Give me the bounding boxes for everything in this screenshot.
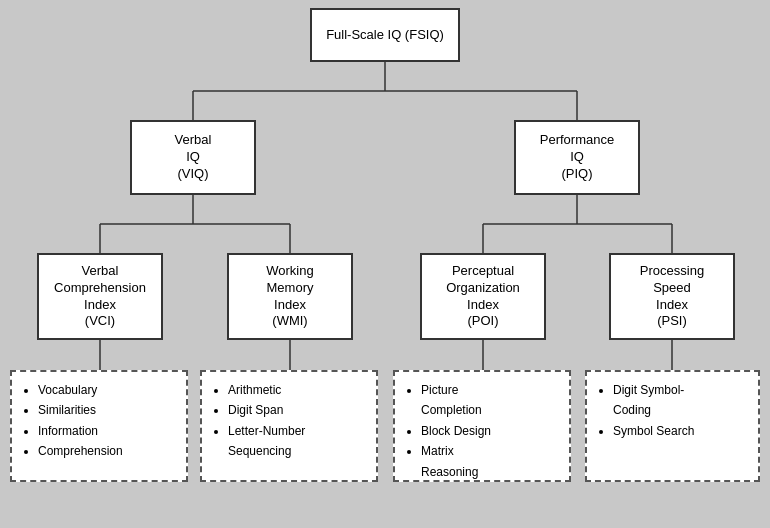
- list-item: Digit Symbol-Coding: [613, 380, 748, 421]
- poi-leaf: PictureCompletion Block Design MatrixRea…: [393, 370, 571, 482]
- fsiq-label: Full-Scale IQ (FSIQ): [326, 27, 444, 44]
- poi-items: PictureCompletion Block Design MatrixRea…: [405, 380, 559, 482]
- list-item: Information: [38, 421, 176, 441]
- vci-leaf: Vocabulary Similarities Information Comp…: [10, 370, 188, 482]
- viq-label: VerbalIQ(VIQ): [175, 132, 212, 183]
- poi-label: PerceptualOrganizationIndex(POI): [446, 263, 520, 331]
- list-item: Symbol Search: [613, 421, 748, 441]
- psi-node: ProcessingSpeedIndex(PSI): [609, 253, 735, 340]
- piq-node: PerformanceIQ(PIQ): [514, 120, 640, 195]
- vci-label: VerbalComprehensionIndex(VCI): [54, 263, 146, 331]
- fsiq-node: Full-Scale IQ (FSIQ): [310, 8, 460, 62]
- diagram: Full-Scale IQ (FSIQ) VerbalIQ(VIQ) Perfo…: [0, 0, 770, 528]
- list-item: PictureCompletion: [421, 380, 559, 421]
- poi-node: PerceptualOrganizationIndex(POI): [420, 253, 546, 340]
- wmi-leaf: Arithmetic Digit Span Letter-NumberSeque…: [200, 370, 378, 482]
- piq-label: PerformanceIQ(PIQ): [540, 132, 614, 183]
- psi-items: Digit Symbol-Coding Symbol Search: [597, 380, 748, 441]
- viq-node: VerbalIQ(VIQ): [130, 120, 256, 195]
- wmi-items: Arithmetic Digit Span Letter-NumberSeque…: [212, 380, 366, 462]
- list-item: Similarities: [38, 400, 176, 420]
- list-item: Letter-NumberSequencing: [228, 421, 366, 462]
- list-item: Vocabulary: [38, 380, 176, 400]
- wmi-node: WorkingMemoryIndex(WMI): [227, 253, 353, 340]
- list-item: Digit Span: [228, 400, 366, 420]
- vci-items: Vocabulary Similarities Information Comp…: [22, 380, 176, 462]
- list-item: Block Design: [421, 421, 559, 441]
- psi-leaf: Digit Symbol-Coding Symbol Search: [585, 370, 760, 482]
- psi-label: ProcessingSpeedIndex(PSI): [640, 263, 704, 331]
- list-item: Arithmetic: [228, 380, 366, 400]
- list-item: Comprehension: [38, 441, 176, 461]
- vci-node: VerbalComprehensionIndex(VCI): [37, 253, 163, 340]
- list-item: MatrixReasoning: [421, 441, 559, 482]
- wmi-label: WorkingMemoryIndex(WMI): [266, 263, 313, 331]
